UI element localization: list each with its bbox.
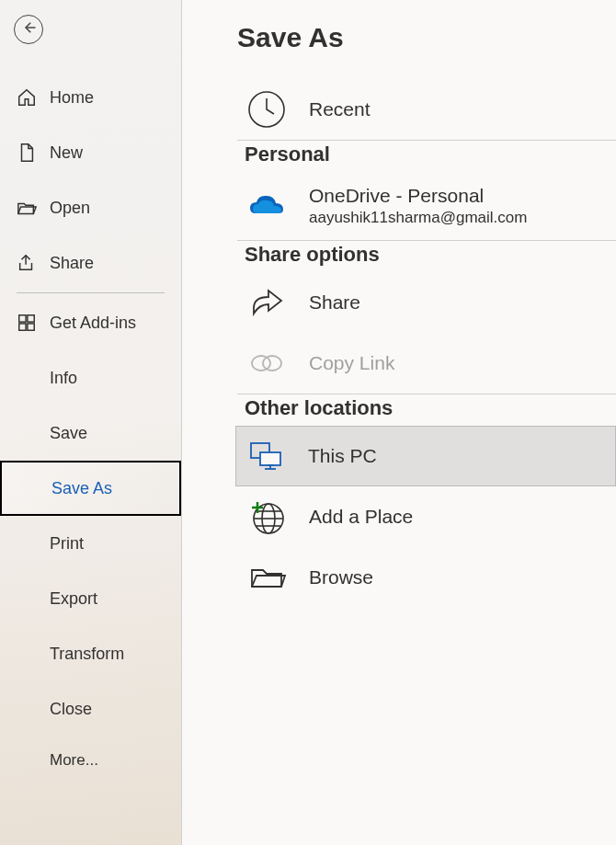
nav-transform[interactable]: Transform [0,626,181,681]
back-button[interactable] [14,15,43,44]
option-label: This PC [308,445,377,467]
svg-rect-4 [28,324,34,330]
nav-label: Print [50,534,84,554]
nav-label: New [50,143,83,163]
link-icon [246,343,287,383]
addins-icon [17,313,37,333]
nav-label: Export [50,589,97,609]
nav-open[interactable]: Open [0,180,181,235]
nav-more[interactable]: More... [0,737,181,784]
option-copy-link: Copy Link [237,333,616,394]
svg-point-7 [263,356,281,371]
option-label: Browse [309,566,373,588]
section-share-options: Share options [245,243,609,267]
nav-share[interactable]: Share [0,235,181,291]
nav-label: Get Add-ins [50,314,136,333]
svg-point-6 [252,356,270,371]
svg-rect-3 [19,324,26,330]
home-icon [17,87,37,108]
nav-label: Home [50,88,94,108]
option-label: Share [309,291,360,314]
nav-home[interactable]: Home [0,70,181,125]
clock-icon [246,89,287,130]
option-browse[interactable]: Browse [237,547,616,608]
option-label: Recent [309,98,371,120]
divider [237,394,616,394]
nav-close[interactable]: Close [0,681,181,737]
nav-new[interactable]: New [0,125,181,180]
divider [237,140,616,141]
nav-label: Close [50,700,92,719]
nav-save-as[interactable]: Save As [0,461,181,516]
section-other-locations: Other locations [245,396,609,420]
nav-info[interactable]: Info [0,350,181,405]
section-personal: Personal [245,143,609,166]
share-arrow-icon [246,282,287,323]
nav-label: More... [50,751,98,770]
option-share[interactable]: Share [237,272,616,333]
globe-plus-icon [246,497,287,537]
option-sublabel: aayushik11sharma@gmail.com [309,209,527,227]
nav-divider [17,292,165,293]
page-title: Save As [237,22,616,53]
nav-label: Transform [50,645,124,664]
nav-label: Save As [51,479,112,498]
option-onedrive-personal[interactable]: OneDrive - Personal aayushik11sharma@gma… [237,172,616,240]
option-label: OneDrive - Personal [309,185,527,207]
backstage-sidebar: Home New Open Share [0,0,182,845]
folder-open-icon [17,198,37,218]
svg-rect-2 [28,315,34,322]
folder-icon [246,557,287,598]
svg-rect-1 [19,315,26,322]
main-panel: Save As Recent Personal [182,0,616,845]
option-recent[interactable]: Recent [237,79,616,140]
nav-print[interactable]: Print [0,516,181,571]
this-pc-icon [245,436,286,476]
nav-label: Save [50,424,87,443]
back-arrow-icon [20,19,37,40]
option-label: Copy Link [309,352,394,374]
document-icon [17,143,37,163]
svg-rect-9 [260,452,280,465]
option-add-a-place[interactable]: Add a Place [237,486,616,547]
divider [237,240,616,241]
option-label: Add a Place [309,506,413,528]
nav-label: Open [50,199,90,218]
nav-get-addins[interactable]: Get Add-ins [0,295,181,350]
option-this-pc[interactable]: This PC [235,426,616,486]
nav-export[interactable]: Export [0,571,181,626]
nav-label: Info [50,369,77,388]
nav-save[interactable]: Save [0,405,181,461]
nav-label: Share [50,254,94,273]
onedrive-icon [246,186,287,226]
share-icon [17,253,37,273]
